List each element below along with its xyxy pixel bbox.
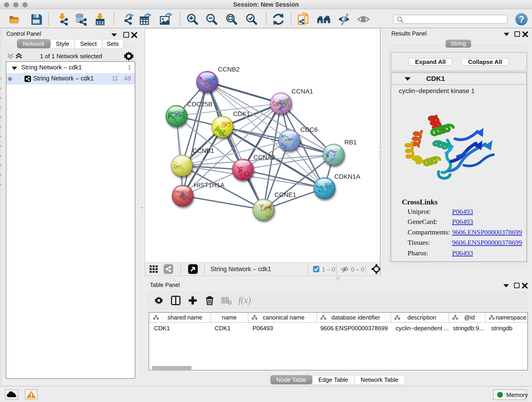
svg-text:RB1: RB1 <box>344 139 357 146</box>
svg-text:CCNA1: CCNA1 <box>291 88 313 95</box>
svg-text:CDC25B: CDC25B <box>187 101 212 108</box>
svg-text:CDC6: CDC6 <box>300 126 318 133</box>
svg-text:CCNE1: CCNE1 <box>274 191 296 198</box>
svg-text:CDK1: CDK1 <box>233 110 250 117</box>
svg-text:HIST1H1A: HIST1H1A <box>194 182 225 189</box>
svg-text:CCNA2: CCNA2 <box>253 154 275 161</box>
svg-text:CCNB2: CCNB2 <box>218 66 240 73</box>
svg-text:CDKN1A: CDKN1A <box>334 173 360 180</box>
svg-text:CCNB1: CCNB1 <box>192 147 214 154</box>
